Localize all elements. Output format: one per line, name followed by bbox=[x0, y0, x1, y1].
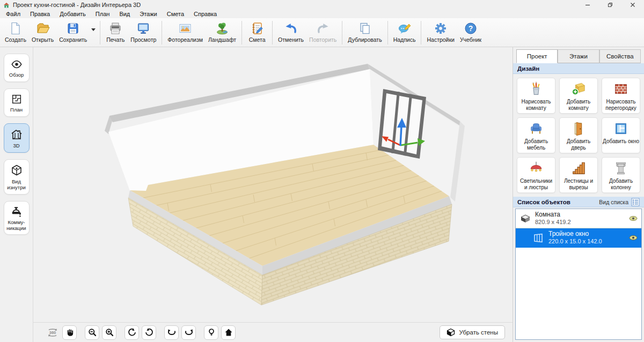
view-360-indicator: 360 bbox=[45, 325, 60, 340]
right-panel: Проект Этажи Свойства Дизайн Нарисовать … bbox=[513, 47, 644, 342]
stairs-openings-button[interactable]: Лестницы и вырезы bbox=[559, 157, 598, 193]
rotate-ccw-button[interactable] bbox=[125, 325, 139, 340]
home-icon bbox=[224, 328, 233, 337]
door-icon bbox=[570, 121, 587, 137]
photorealism-icon bbox=[178, 20, 192, 36]
chandelier-icon bbox=[528, 160, 544, 176]
scene-3d[interactable] bbox=[33, 47, 513, 342]
zoom-in-icon bbox=[105, 328, 114, 337]
object-name: Тройное окно bbox=[548, 231, 602, 238]
maximize-button[interactable] bbox=[599, 0, 621, 10]
window-title: Проект кухни-гостиной - Дизайн Интерьера… bbox=[13, 2, 141, 8]
zoom-in-button[interactable] bbox=[102, 325, 116, 340]
menu-view[interactable]: Вид bbox=[114, 11, 135, 17]
menu-add[interactable]: Добавить bbox=[55, 11, 91, 17]
menu-floors[interactable]: Этажи bbox=[135, 11, 162, 17]
object-list: Комната 820.9 x 419.2 Тройное окно 220.0… bbox=[515, 209, 642, 340]
new-document-icon bbox=[9, 20, 23, 36]
tab-project[interactable]: Проект bbox=[516, 49, 558, 63]
add-door-button[interactable]: Добавить дверь bbox=[559, 117, 598, 153]
redo-arrow-icon bbox=[316, 20, 330, 36]
help-icon: ? bbox=[464, 20, 478, 36]
object-dimensions: 820.9 x 419.2 bbox=[535, 219, 571, 226]
tutorial-button[interactable]: ? Учебник bbox=[457, 19, 484, 46]
design-section-header: Дизайн bbox=[513, 63, 644, 74]
viewport-3d[interactable]: 360 bbox=[33, 47, 513, 342]
open-folder-icon bbox=[36, 20, 50, 36]
armchair-icon bbox=[528, 121, 544, 137]
landscape-button[interactable]: Ландшафт bbox=[206, 19, 239, 46]
sidebar-item-interior-view[interactable]: Вид изнутри bbox=[4, 159, 30, 195]
object-list-item-room[interactable]: Комната 820.9 x 419.2 bbox=[516, 209, 641, 228]
redo-button[interactable]: Повторить bbox=[306, 19, 339, 46]
object-list-item-triple-window[interactable]: Тройное окно 220.0 x 15.0 x 142.0 bbox=[516, 228, 641, 248]
remove-walls-label: Убрать стены bbox=[459, 329, 498, 336]
objects-header-label: Список объектов bbox=[517, 199, 570, 205]
menu-help[interactable]: Справка bbox=[189, 11, 222, 17]
lights-chandeliers-button[interactable]: Светильники и люстры bbox=[517, 157, 555, 193]
photorealism-button[interactable]: Фотореализм bbox=[165, 19, 206, 46]
print-button[interactable]: Печать bbox=[103, 19, 128, 46]
orbit-right-button[interactable] bbox=[181, 325, 196, 340]
sidebar-item-communications[interactable]: Комму-никации bbox=[4, 201, 30, 235]
draw-partition-button[interactable]: Нарисовать перегородку bbox=[602, 78, 640, 114]
menu-estimate[interactable]: Смета bbox=[162, 11, 189, 17]
chevron-down-icon bbox=[91, 28, 96, 31]
zoom-out-button[interactable] bbox=[85, 325, 99, 340]
preview-button[interactable]: Просмотр bbox=[128, 19, 159, 46]
landscape-tree-icon bbox=[215, 20, 229, 36]
duplicate-icon bbox=[358, 20, 372, 36]
pencil-cup-icon bbox=[528, 81, 544, 97]
rotate-cw-button[interactable] bbox=[142, 325, 156, 340]
room-3d-icon bbox=[519, 213, 531, 224]
visibility-eye-icon[interactable] bbox=[629, 235, 638, 241]
column-icon bbox=[613, 160, 629, 176]
window-icon bbox=[613, 121, 629, 137]
menu-file[interactable]: Файл bbox=[1, 11, 25, 17]
home-view-button[interactable] bbox=[221, 325, 236, 340]
tab-properties[interactable]: Свойства bbox=[599, 49, 641, 63]
app-logo-icon bbox=[3, 2, 10, 9]
view-mode-sidebar: Обзор План 3D Вид изнутри Комму-никации bbox=[0, 47, 33, 342]
settings-button[interactable]: Настройки bbox=[424, 19, 457, 46]
remove-walls-button[interactable]: Убрать стены bbox=[440, 325, 505, 339]
add-column-button[interactable]: Добавить колонну bbox=[602, 157, 640, 193]
title-bar: Проект кухни-гостиной - Дизайн Интерьера… bbox=[0, 0, 644, 10]
estimate-button[interactable]: Смета bbox=[245, 19, 269, 46]
pan-button[interactable] bbox=[62, 325, 77, 340]
triple-window-icon bbox=[533, 233, 545, 243]
close-button[interactable] bbox=[621, 0, 644, 10]
annotation-button[interactable]: Надпись bbox=[391, 19, 419, 46]
sidebar-item-overview[interactable]: Обзор bbox=[4, 54, 30, 82]
faucet-icon bbox=[10, 206, 24, 218]
pan-hand-icon bbox=[65, 328, 74, 337]
add-furniture-button[interactable]: Добавить мебель bbox=[517, 117, 555, 153]
panel-tabs: Проект Этажи Свойства bbox=[513, 47, 644, 63]
menu-plan[interactable]: План bbox=[91, 11, 115, 17]
svg-text:360: 360 bbox=[49, 330, 56, 335]
gear-icon bbox=[434, 20, 448, 36]
add-room-button[interactable]: Добавить комнату bbox=[559, 78, 598, 114]
save-dropdown-button[interactable] bbox=[90, 21, 97, 38]
visibility-eye-icon[interactable] bbox=[629, 215, 638, 221]
printer-icon bbox=[108, 20, 122, 36]
stairs-icon bbox=[570, 160, 587, 176]
open-button[interactable]: Открыть bbox=[29, 19, 56, 46]
menu-edit[interactable]: Правка bbox=[25, 11, 55, 17]
tab-floors[interactable]: Этажи bbox=[558, 49, 599, 63]
orbit-left-icon bbox=[167, 328, 177, 337]
lighting-button[interactable] bbox=[204, 325, 218, 340]
minimize-button[interactable] bbox=[576, 0, 599, 10]
menu-bar: Файл Правка Добавить План Вид Этажи Смет… bbox=[0, 10, 644, 18]
sidebar-item-3d[interactable]: 3D bbox=[4, 123, 30, 153]
estimate-notepad-icon bbox=[250, 20, 264, 36]
new-button[interactable]: Создать bbox=[2, 19, 29, 46]
list-view-icon[interactable] bbox=[631, 198, 640, 206]
orbit-left-button[interactable] bbox=[164, 325, 179, 340]
save-button[interactable]: Сохранить bbox=[56, 19, 90, 44]
sidebar-item-plan[interactable]: План bbox=[4, 88, 30, 117]
undo-button[interactable]: Отменить bbox=[275, 19, 306, 46]
duplicate-button[interactable]: Дублировать bbox=[345, 19, 384, 46]
draw-room-button[interactable]: Нарисовать комнату bbox=[517, 78, 555, 114]
add-window-button[interactable]: Добавить окно bbox=[602, 117, 640, 153]
